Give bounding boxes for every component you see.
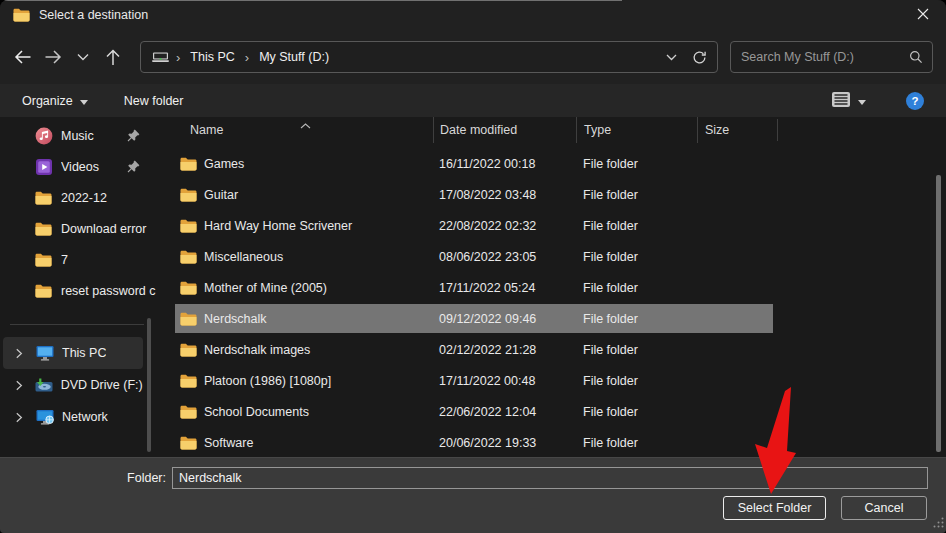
sidebar-divider xyxy=(10,324,144,325)
chevron-right-icon[interactable] xyxy=(15,380,24,391)
sidebar-item-videos[interactable]: Videos xyxy=(0,151,160,182)
pin-icon xyxy=(127,129,140,142)
new-folder-button[interactable]: New folder xyxy=(118,90,190,112)
recent-locations-button[interactable] xyxy=(68,42,98,72)
folder-icon xyxy=(34,284,53,298)
file-row-miscellaneous[interactable]: Miscellaneous08/06/2022 23:05File folder xyxy=(160,241,946,272)
question-mark-icon: ? xyxy=(911,95,918,107)
search-input[interactable] xyxy=(731,50,909,64)
sidebar-scrollbar-thumb[interactable] xyxy=(147,318,151,452)
folder-icon xyxy=(180,436,197,450)
refresh-button[interactable] xyxy=(685,43,713,71)
file-row-mother-of-mine-2005[interactable]: Mother of Mine (2005)17/11/2022 05:24Fil… xyxy=(160,272,946,303)
organize-button[interactable]: Organize xyxy=(16,90,94,112)
music-icon xyxy=(34,127,53,145)
file-row-nerdschalk[interactable]: Nerdschalk09/12/2022 09:46File folder xyxy=(160,303,946,334)
address-dropdown-button[interactable] xyxy=(657,43,685,71)
breadcrumb-separator: › xyxy=(245,50,249,65)
sidebar-item-2022-12[interactable]: 2022-12 xyxy=(0,182,160,213)
breadcrumb-separator: › xyxy=(176,50,180,65)
file-date-modified: 09/12/2022 09:46 xyxy=(433,312,576,326)
breadcrumb-my-stuff[interactable]: My Stuff (D:) xyxy=(256,48,332,66)
sidebar-item-label: DVD Drive (F:) C xyxy=(61,378,143,392)
file-row-nerdschalk-images[interactable]: Nerdschalk images02/12/2022 21:28File fo… xyxy=(160,334,946,365)
quick-access-list: MusicVideos2022-12Download error7reset p… xyxy=(0,117,160,306)
window-top-edge xyxy=(0,0,622,1)
sidebar-tree-item-this-pc[interactable]: This PC xyxy=(3,337,143,369)
file-type: File folder xyxy=(576,157,697,171)
select-destination-dialog: Select a destination › This PC › My Stuf… xyxy=(0,0,946,533)
file-row-hard-way-home-scrivener[interactable]: Hard Way Home Scrivener22/08/2022 02:32F… xyxy=(160,210,946,241)
column-header-label: Name xyxy=(190,123,223,137)
folder-icon xyxy=(34,191,53,205)
sort-ascending-icon xyxy=(300,118,311,132)
pin-icon xyxy=(127,160,140,173)
sidebar-item-label: This PC xyxy=(62,346,106,360)
navigation-bar: › This PC › My Stuff (D:) xyxy=(0,30,946,84)
folder-icon xyxy=(180,405,197,419)
sidebar-tree-item-dvd-drive-f-c[interactable]: DVD Drive (F:) C xyxy=(3,369,143,401)
sidebar-item-reset-password-c[interactable]: reset password c xyxy=(0,275,160,306)
sidebar-item-download-error[interactable]: Download error xyxy=(0,213,160,244)
folder-icon xyxy=(180,188,197,202)
close-button[interactable] xyxy=(900,0,946,30)
up-button[interactable] xyxy=(98,42,128,72)
file-type: File folder xyxy=(576,312,697,326)
videos-icon xyxy=(34,158,53,176)
chevron-down-icon xyxy=(80,94,88,108)
column-header-date-modified[interactable]: Date modified xyxy=(433,117,576,143)
organize-label: Organize xyxy=(22,94,73,108)
sidebar-item-label: Videos xyxy=(61,160,127,174)
file-type: File folder xyxy=(576,188,697,202)
file-name: Software xyxy=(204,436,253,450)
file-row-software[interactable]: Software20/06/2022 19:33File folder xyxy=(160,427,946,458)
file-date-modified: 22/06/2022 12:04 xyxy=(433,405,576,419)
file-name: Nerdschalk xyxy=(204,312,267,326)
search-box xyxy=(730,41,933,73)
file-name: Nerdschalk images xyxy=(204,343,310,357)
folder-icon xyxy=(180,281,197,295)
breadcrumb-this-pc[interactable]: This PC xyxy=(187,48,237,66)
list-scrollbar-thumb[interactable] xyxy=(936,175,941,452)
file-date-modified: 22/08/2022 02:32 xyxy=(433,219,576,233)
folder-icon xyxy=(34,222,53,236)
column-header-label: Type xyxy=(584,123,611,137)
sidebar-item-music[interactable]: Music xyxy=(0,120,160,151)
column-divider xyxy=(777,119,778,141)
sidebar-item-label: reset password c xyxy=(61,284,160,298)
file-name: Hard Way Home Scrivener xyxy=(204,219,352,233)
network-icon xyxy=(35,409,55,426)
folder-icon xyxy=(180,250,197,264)
forward-button[interactable] xyxy=(38,42,68,72)
file-row-games[interactable]: Games16/11/2022 00:18File folder xyxy=(160,148,946,179)
resize-grip[interactable] xyxy=(932,516,945,532)
sidebar-item-label: 7 xyxy=(61,253,160,267)
file-row-guitar[interactable]: Guitar17/08/2022 03:48File folder xyxy=(160,179,946,210)
cancel-button[interactable]: Cancel xyxy=(841,496,927,520)
chevron-right-icon[interactable] xyxy=(15,348,25,359)
file-type: File folder xyxy=(576,219,697,233)
help-button[interactable]: ? xyxy=(906,92,924,110)
address-bar[interactable]: › This PC › My Stuff (D:) xyxy=(140,41,718,73)
folder-name-input[interactable] xyxy=(172,467,928,489)
navigation-pane: MusicVideos2022-12Download error7reset p… xyxy=(0,117,160,457)
change-view-button[interactable] xyxy=(825,87,872,115)
column-header-row: NameDate modifiedTypeSize xyxy=(160,117,946,143)
file-type: File folder xyxy=(576,374,697,388)
folder-icon xyxy=(180,374,197,388)
chevron-right-icon[interactable] xyxy=(15,412,25,423)
column-header-label: Size xyxy=(705,123,729,137)
column-header-size[interactable]: Size xyxy=(697,117,777,143)
file-list-body: Games16/11/2022 00:18File folderGuitar17… xyxy=(160,148,946,458)
column-header-type[interactable]: Type xyxy=(576,117,697,143)
folder-icon xyxy=(180,157,197,171)
file-row-school-documents[interactable]: School Documents22/06/2022 12:04File fol… xyxy=(160,396,946,427)
sidebar-tree-item-network[interactable]: Network xyxy=(3,401,143,433)
column-header-name[interactable]: Name xyxy=(160,117,433,143)
select-folder-button[interactable]: Select Folder xyxy=(723,496,826,520)
sidebar-item-label: 2022-12 xyxy=(61,191,160,205)
sidebar-item-7[interactable]: 7 xyxy=(0,244,160,275)
file-date-modified: 20/06/2022 19:33 xyxy=(433,436,576,450)
file-row-platoon-1986-1080p[interactable]: Platoon (1986) [1080p]17/11/2022 00:48Fi… xyxy=(160,365,946,396)
back-button[interactable] xyxy=(8,42,38,72)
